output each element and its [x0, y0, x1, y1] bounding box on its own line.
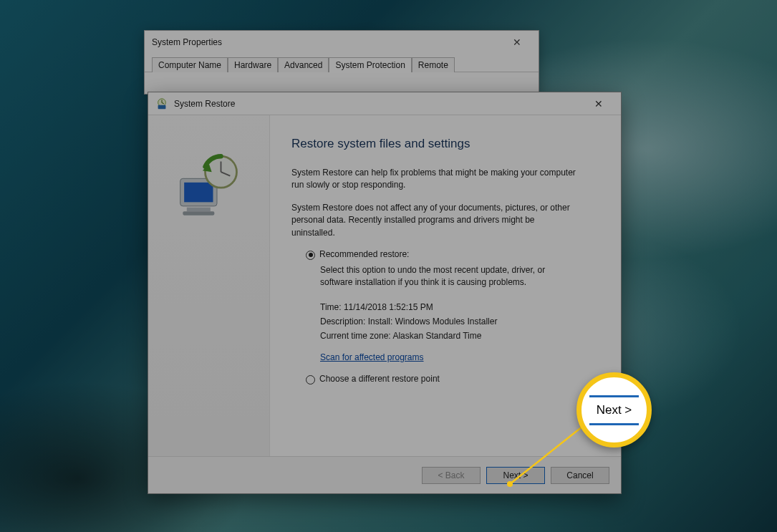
desktop-background: System Properties ✕ Computer Name Hardwa… — [0, 0, 777, 532]
cancel-button[interactable]: Cancel — [551, 467, 609, 484]
system-properties-window: System Properties ✕ Computer Name Hardwa… — [144, 30, 539, 95]
tab-hardware[interactable]: Hardware — [228, 57, 278, 72]
tab-remote[interactable]: Remote — [412, 57, 455, 72]
restore-point-description: Description: Install: Windows Modules In… — [320, 314, 595, 329]
radio-selected-icon[interactable] — [306, 251, 315, 260]
annotation-label: Next > — [581, 400, 647, 420]
annotation-accent-bar — [589, 423, 639, 425]
system-properties-title: System Properties — [152, 37, 222, 47]
intro-paragraph-1: System Restore can help fix problems tha… — [291, 167, 578, 192]
radio-unselected-icon[interactable] — [306, 375, 315, 385]
back-button[interactable]: < Back — [422, 467, 481, 484]
system-restore-title: System Restore — [174, 99, 235, 109]
restore-point-time: Time: 11/14/2018 1:52:15 PM — [320, 300, 595, 314]
svg-rect-5 — [183, 211, 214, 216]
svg-rect-3 — [184, 183, 213, 203]
scan-affected-programs-link[interactable]: Scan for affected programs — [320, 352, 424, 362]
system-restore-icon — [155, 97, 168, 110]
restore-point-timezone: Current time zone: Alaskan Standard Time — [320, 329, 595, 343]
intro-paragraph-2: System Restore does not affect any of yo… — [291, 202, 578, 239]
option-different-label: Choose a different restore point — [319, 374, 440, 384]
system-restore-titlebar[interactable]: System Restore ✕ — [148, 92, 621, 115]
dialog-sidebar-graphic — [148, 115, 270, 456]
dialog-body: Restore system files and settings System… — [148, 115, 621, 456]
tab-system-protection[interactable]: System Protection — [329, 57, 411, 72]
option-recommended-label: Recommended restore: — [319, 249, 409, 259]
system-properties-tabs: Computer Name Hardware Advanced System P… — [145, 54, 539, 72]
tab-advanced[interactable]: Advanced — [278, 57, 329, 72]
close-icon[interactable]: ✕ — [584, 94, 614, 114]
close-icon[interactable]: ✕ — [503, 32, 531, 52]
annotation-highlight-circle: Next > — [576, 372, 652, 448]
dialog-content: Restore system files and settings System… — [270, 115, 621, 456]
option-recommended-restore[interactable]: Recommended restore: — [306, 249, 595, 260]
annotation-accent-bar — [589, 395, 639, 397]
tab-computer-name[interactable]: Computer Name — [152, 57, 228, 72]
next-button[interactable]: Next > — [486, 467, 545, 484]
option-different-restore-point[interactable]: Choose a different restore point — [306, 374, 595, 385]
dialog-footer: < Back Next > Cancel — [148, 456, 621, 493]
restore-graphic-icon — [170, 150, 248, 228]
dialog-heading: Restore system files and settings — [291, 137, 595, 151]
system-properties-titlebar[interactable]: System Properties ✕ — [145, 31, 539, 54]
system-restore-dialog: System Restore ✕ — [148, 92, 622, 494]
svg-rect-1 — [158, 105, 166, 108]
svg-rect-4 — [186, 208, 210, 212]
option-recommended-description: Select this option to undo the most rece… — [320, 264, 556, 289]
